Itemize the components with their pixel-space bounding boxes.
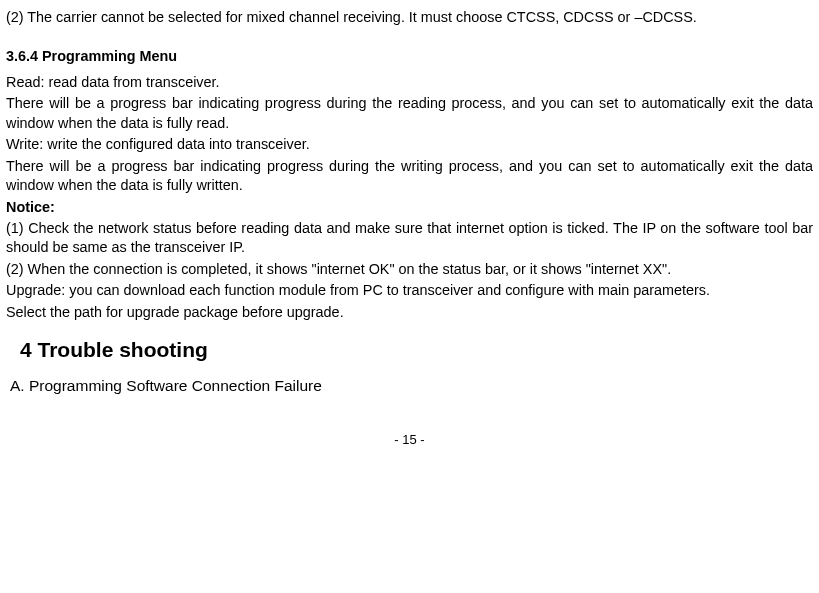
paragraph-connection-failure: A. Programming Software Connection Failu… <box>10 376 813 397</box>
paragraph-notice-1: (1) Check the network status before read… <box>6 219 813 258</box>
paragraph-upgrade: Upgrade: you can download each function … <box>6 281 813 300</box>
heading-programming-menu: 3.6.4 Programming Menu <box>6 47 813 66</box>
paragraph-write-progress: There will be a progress bar indicating … <box>6 157 813 196</box>
heading-trouble-shooting: 4 Trouble shooting <box>20 336 813 364</box>
paragraph-read-desc: Read: read data from transceiver. <box>6 73 813 92</box>
paragraph-write-desc: Write: write the configured data into tr… <box>6 135 813 154</box>
notice-label: Notice: <box>6 198 813 217</box>
paragraph-carrier-restriction: (2) The carrier cannot be selected for m… <box>6 8 813 27</box>
paragraph-notice-2: (2) When the connection is completed, it… <box>6 260 813 279</box>
paragraph-read-progress: There will be a progress bar indicating … <box>6 94 813 133</box>
page-number: - 15 - <box>6 431 813 449</box>
paragraph-upgrade-path: Select the path for upgrade package befo… <box>6 303 813 322</box>
